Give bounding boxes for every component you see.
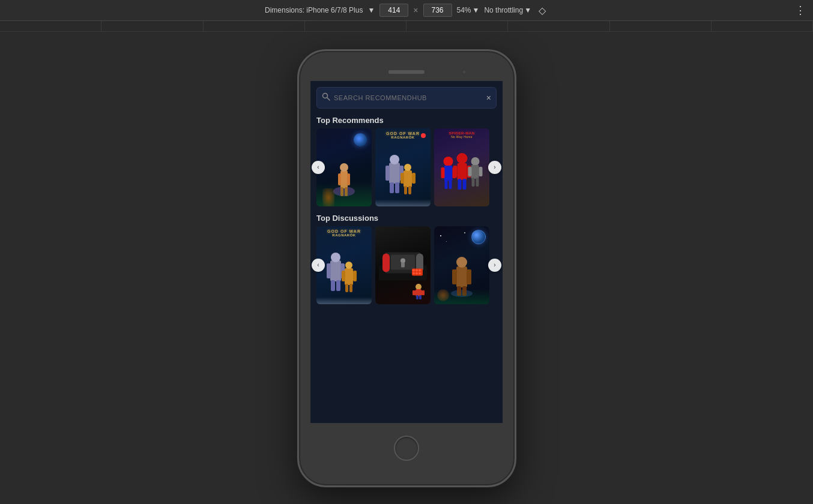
ruler-segment (101, 21, 203, 31)
phone-camera (462, 70, 467, 74)
discussions-track: GOD OF WAR RAGNARÖK (310, 226, 503, 304)
ruler (0, 21, 813, 32)
svg-rect-13 (390, 182, 394, 193)
svg-rect-23 (441, 167, 445, 178)
svg-point-57 (413, 269, 415, 271)
search-bar: × (316, 87, 497, 109)
svg-point-62 (419, 272, 421, 274)
svg-rect-14 (395, 182, 399, 193)
search-input[interactable] (334, 94, 486, 101)
svg-point-60 (413, 272, 415, 274)
main-area: × Top Recommends ‹ (0, 32, 813, 504)
top-recommends-carousel: ‹ (310, 128, 503, 206)
svg-rect-17 (400, 173, 404, 184)
svg-rect-19 (404, 186, 407, 194)
svg-rect-35 (468, 167, 472, 176)
close-icon: × (486, 93, 491, 103)
recommends-track: GOD OF WAR RAGNARÖK (310, 128, 503, 206)
phone-home-button[interactable] (394, 436, 419, 461)
svg-point-33 (471, 157, 480, 166)
height-input[interactable] (423, 4, 452, 17)
svg-rect-45 (345, 268, 353, 285)
svg-point-58 (416, 269, 418, 271)
svg-rect-75 (467, 269, 471, 284)
svg-point-21 (444, 157, 453, 166)
svg-rect-39 (330, 260, 341, 281)
device-label: Dimensions: iPhone 6/7/8 Plus (265, 6, 363, 14)
svg-rect-70 (419, 295, 422, 299)
svg-rect-20 (408, 186, 411, 194)
discussions-prev-button[interactable]: ‹ (312, 259, 325, 272)
svg-rect-9 (389, 163, 400, 184)
screenshot-icon: ◇ (539, 5, 546, 16)
svg-point-16 (404, 164, 411, 171)
svg-point-73 (456, 257, 467, 268)
ruler-segment (610, 21, 712, 31)
svg-rect-44 (336, 280, 340, 291)
svg-point-61 (416, 272, 418, 274)
svg-rect-32 (463, 179, 467, 190)
ruler-segment (305, 21, 406, 31)
svg-rect-64 (401, 262, 405, 267)
svg-rect-15 (403, 170, 412, 187)
recommends-prev-button[interactable]: ‹ (312, 161, 325, 174)
zoom-button[interactable]: 54% ▼ (457, 6, 480, 14)
screenshot-button[interactable]: ◇ (536, 5, 548, 16)
discussion-card-2[interactable] (375, 226, 431, 304)
svg-rect-41 (327, 263, 331, 278)
recommend-card-2[interactable]: GOD OF WAR RAGNARÖK (375, 128, 431, 206)
svg-rect-38 (476, 178, 479, 187)
phone-frame: × Top Recommends ‹ (297, 49, 516, 487)
ruler-segment (508, 21, 609, 31)
top-discussions-carousel: ‹ GOD OF WAR RAGNARÖK (310, 226, 503, 304)
svg-rect-34 (471, 165, 479, 179)
svg-rect-36 (479, 167, 483, 176)
prev-icon: ‹ (317, 262, 319, 268)
zoom-dropdown-arrow: ▼ (473, 6, 480, 14)
recommends-next-button[interactable]: › (488, 161, 501, 174)
svg-rect-50 (349, 284, 352, 292)
svg-point-40 (331, 253, 340, 262)
search-close-button[interactable]: × (486, 94, 491, 102)
svg-rect-54 (382, 253, 390, 272)
svg-rect-31 (458, 179, 462, 190)
svg-rect-68 (422, 290, 425, 295)
svg-point-10 (390, 155, 399, 164)
svg-point-63 (400, 258, 405, 263)
next-icon: › (494, 164, 495, 170)
svg-rect-43 (331, 280, 335, 291)
svg-rect-67 (413, 290, 416, 295)
svg-rect-11 (385, 166, 390, 181)
zoom-label: 54% (457, 6, 471, 14)
svg-rect-28 (458, 163, 467, 180)
svg-point-59 (419, 269, 421, 271)
discussion-card-3[interactable] (434, 226, 489, 304)
svg-rect-69 (416, 295, 419, 299)
svg-rect-72 (456, 266, 467, 287)
svg-rect-22 (444, 166, 453, 181)
phone-screen: × Top Recommends ‹ (310, 81, 503, 423)
recommend-card-3[interactable]: SPIDER-MAN No Way Home (434, 128, 489, 206)
svg-rect-49 (345, 284, 348, 292)
svg-rect-26 (449, 179, 452, 189)
width-input[interactable] (379, 4, 408, 17)
ruler-segment (712, 21, 813, 31)
svg-rect-48 (353, 271, 357, 281)
svg-point-4 (340, 163, 348, 172)
svg-rect-29 (453, 166, 458, 178)
throttle-dropdown-arrow: ▼ (524, 6, 531, 14)
discussions-next-button[interactable]: › (488, 259, 501, 272)
throttle-label: No throttling (484, 6, 523, 14)
svg-rect-47 (342, 271, 345, 281)
throttle-button[interactable]: No throttling ▼ (484, 6, 531, 14)
more-options-button[interactable]: ⋮ (795, 4, 806, 17)
dimension-separator: × (413, 5, 418, 15)
device-dropdown-button[interactable]: ▼ (367, 6, 375, 14)
phone-top-bar (299, 63, 515, 81)
svg-point-27 (457, 153, 468, 164)
ruler-segment (0, 21, 101, 31)
ruler-segment (204, 21, 305, 31)
svg-point-65 (416, 284, 422, 290)
devtools-toolbar: Dimensions: iPhone 6/7/8 Plus ▼ × 54% ▼ … (0, 0, 813, 21)
svg-rect-25 (445, 179, 448, 189)
